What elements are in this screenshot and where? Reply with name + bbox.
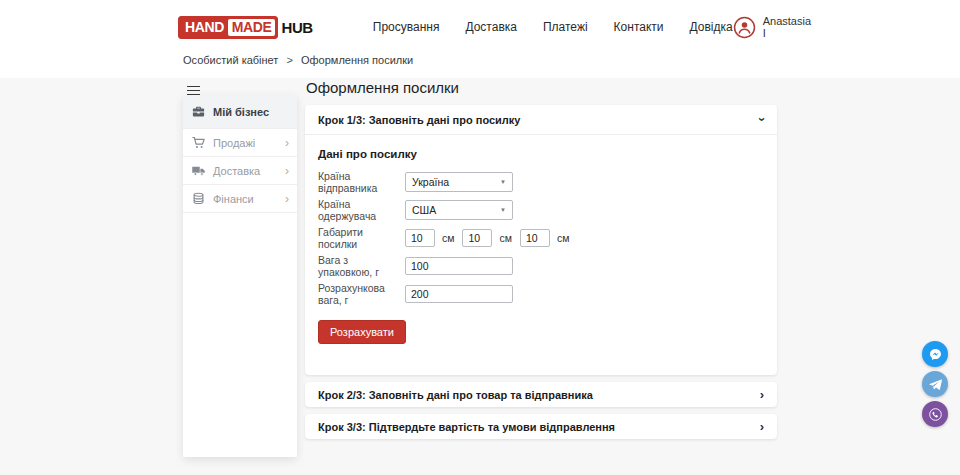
sidebar: Мій бізнес Продажі › (183, 95, 297, 457)
telegram-button[interactable] (922, 371, 948, 397)
chevron-down-icon: › (755, 117, 768, 121)
chevron-right-icon: › (285, 165, 289, 177)
cart-icon (191, 135, 206, 150)
logo[interactable]: HAND MADE HUB (178, 16, 313, 39)
step-1-card: Крок 1/3: Заповніть дані про посилку › Д… (305, 105, 777, 375)
sidebar-item-sales[interactable]: Продажі › (183, 129, 297, 157)
step-3-card: Крок 3/3: Підтвердьте вартість та умови … (305, 414, 777, 439)
messenger-button[interactable] (922, 341, 948, 367)
dimension-length-input[interactable] (405, 229, 435, 247)
sender-country-label: Країна відправника (318, 170, 405, 194)
user-menu[interactable]: Anastasia I (733, 15, 811, 39)
sender-country-select[interactable]: Україна ▼ (405, 172, 513, 192)
user-name: Anastasia I (763, 15, 811, 39)
chevron-right-icon: › (285, 193, 289, 205)
dimension-unit: см (442, 232, 454, 244)
estimated-weight-label: Розрахункова вага, г (318, 282, 405, 306)
form-section-title: Дані про посилку (318, 148, 764, 160)
dimensions-label: Габарити посилки (318, 226, 405, 250)
logo-text-hub: HUB (281, 19, 312, 36)
coins-icon (191, 191, 206, 206)
step-3-label: Крок 3/3: Підтвердьте вартість та умови … (318, 421, 615, 433)
viber-button[interactable] (922, 401, 948, 427)
sender-country-value: Україна (412, 176, 449, 188)
nav-item-help[interactable]: Довідка (690, 20, 733, 34)
select-caret-icon: ▼ (500, 179, 506, 185)
estimated-weight-row: Розрахункова вага, г (318, 282, 764, 306)
logo-badge: HAND MADE (178, 16, 278, 39)
breadcrumb-current: Оформлення посилки (301, 54, 413, 66)
calculate-button[interactable]: Розрахувати (318, 320, 406, 344)
step-2-card: Крок 2/3: Заповніть дані про товар та ві… (305, 382, 777, 407)
floating-contact-stack (922, 341, 948, 427)
chevron-right-icon: › (760, 420, 764, 433)
sidebar-item-finances[interactable]: Фінанси › (183, 185, 297, 213)
sidebar-item-label: Доставка (213, 165, 260, 177)
packed-weight-input[interactable] (405, 257, 513, 275)
briefcase-icon (191, 104, 206, 119)
dimensions-row: Габарити посилки см см см (318, 226, 764, 250)
sender-country-row: Країна відправника Україна ▼ (318, 170, 764, 194)
viber-icon (927, 406, 944, 423)
sidebar-item-my-business[interactable]: Мій бізнес (183, 95, 297, 129)
packed-weight-row: Вага з упаковкою, г (318, 254, 764, 278)
recipient-country-value: США (412, 204, 436, 216)
breadcrumb-home[interactable]: Особистий кабінет (183, 54, 278, 66)
nav-item-delivery[interactable]: Доставка (465, 20, 517, 34)
packed-weight-label: Вага з упаковкою, г (318, 254, 405, 278)
sidebar-item-delivery[interactable]: Доставка › (183, 157, 297, 185)
messenger-icon (927, 346, 944, 363)
logo-text-made: MADE (228, 19, 276, 36)
sidebar-item-label: Фінанси (213, 193, 254, 205)
nav-item-contacts[interactable]: Контакти (614, 20, 664, 34)
top-navigation: Просування Доставка Платежі Контакти Дов… (373, 20, 733, 34)
dimension-unit: см (557, 232, 569, 244)
chevron-right-icon: › (285, 137, 289, 149)
dimension-unit: см (499, 232, 511, 244)
recipient-country-select[interactable]: США ▼ (405, 200, 513, 220)
select-caret-icon: ▼ (500, 207, 506, 213)
recipient-country-label: Країна одержувача (318, 198, 405, 222)
chevron-right-icon: › (760, 388, 764, 401)
user-avatar-icon (733, 16, 756, 39)
dimension-height-input[interactable] (520, 229, 550, 247)
top-header: HAND MADE HUB Просування Доставка Платеж… (0, 0, 960, 54)
step-3-header[interactable]: Крок 3/3: Підтвердьте вартість та умови … (305, 414, 777, 439)
nav-item-payments[interactable]: Платежі (543, 20, 588, 34)
logo-text-hand: HAND (181, 19, 228, 36)
recipient-country-row: Країна одержувача США ▼ (318, 198, 764, 222)
sidebar-item-label: Мій бізнес (213, 106, 269, 118)
telegram-icon (927, 376, 944, 393)
page-title: Оформлення посилки (306, 79, 777, 96)
nav-item-promotion[interactable]: Просування (373, 20, 440, 34)
step-2-header[interactable]: Крок 2/3: Заповніть дані про товар та ві… (305, 382, 777, 407)
content-area: Мій бізнес Продажі › (0, 78, 960, 475)
step-1-body: Дані про посилку Країна відправника Укра… (305, 134, 777, 375)
step-1-label: Крок 1/3: Заповніть дані про посилку (318, 114, 520, 126)
step-1-header[interactable]: Крок 1/3: Заповніть дані про посилку › (305, 105, 777, 134)
main-panel: Оформлення посилки Крок 1/3: Заповніть д… (305, 79, 777, 446)
sidebar-item-label: Продажі (213, 137, 255, 149)
truck-icon (191, 163, 206, 178)
breadcrumb: Особистий кабінет > Оформлення посилки (0, 54, 960, 77)
step-2-label: Крок 2/3: Заповніть дані про товар та ві… (318, 389, 593, 401)
estimated-weight-input[interactable] (405, 285, 513, 303)
breadcrumb-separator: > (286, 54, 292, 66)
dimension-width-input[interactable] (462, 229, 492, 247)
